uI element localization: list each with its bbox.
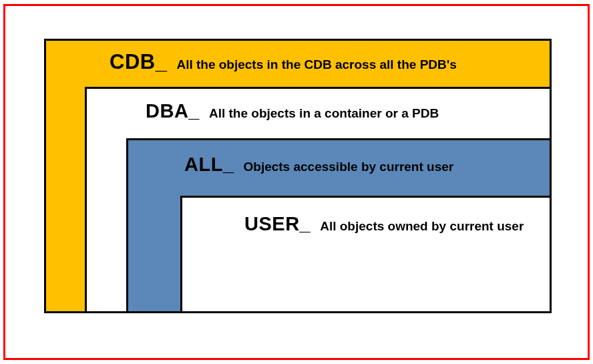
prefix-dba: DBA_ [146, 100, 200, 122]
label-row-user: USER_ All objects owned by current user [244, 213, 524, 235]
outer-frame: CDB_ All the objects in the CDB across a… [3, 4, 590, 360]
prefix-all: ALL_ [184, 154, 234, 176]
label-row-cdb: CDB_ All the objects in the CDB across a… [110, 50, 457, 74]
label-row-dba: DBA_ All the objects in a container or a… [146, 100, 439, 122]
desc-user: All objects owned by current user [320, 219, 524, 234]
desc-all: Objects accessible by current user [244, 160, 454, 174]
prefix-cdb: CDB_ [110, 50, 167, 74]
diagram-area: CDB_ All the objects in the CDB across a… [44, 39, 552, 313]
desc-dba: All the objects in a container or a PDB [209, 106, 439, 121]
prefix-user: USER_ [244, 213, 311, 235]
desc-cdb: All the objects in the CDB across all th… [176, 57, 456, 72]
label-row-all: ALL_ Objects accessible by current user [184, 154, 453, 176]
